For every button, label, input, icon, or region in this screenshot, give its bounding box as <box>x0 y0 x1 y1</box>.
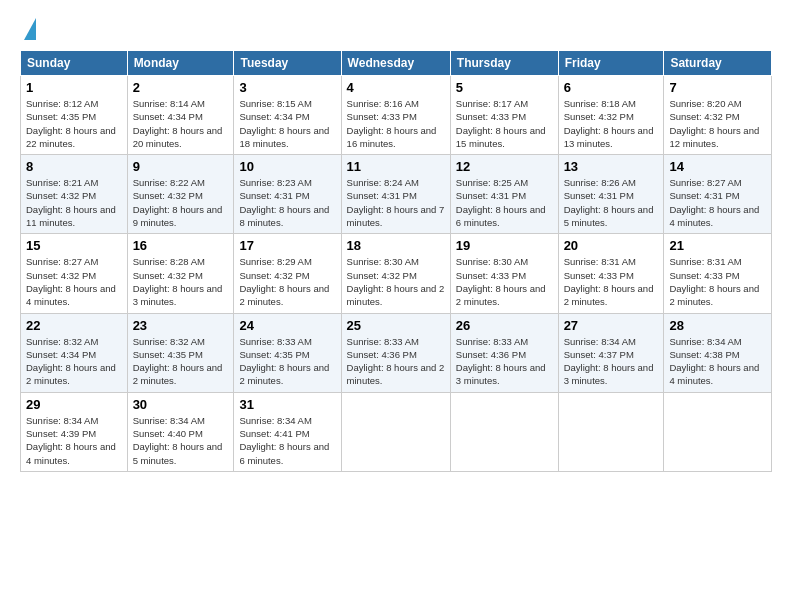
day-2: 2Sunrise: 8:14 AMSunset: 4:34 PMDaylight… <box>127 76 234 155</box>
day-27: 27Sunrise: 8:34 AMSunset: 4:37 PMDayligh… <box>558 313 664 392</box>
day-number: 13 <box>564 159 659 174</box>
day-31: 31Sunrise: 8:34 AMSunset: 4:41 PMDayligh… <box>234 392 341 471</box>
day-3: 3Sunrise: 8:15 AMSunset: 4:34 PMDaylight… <box>234 76 341 155</box>
calendar-week-5: 29Sunrise: 8:34 AMSunset: 4:39 PMDayligh… <box>21 392 772 471</box>
day-number: 31 <box>239 397 335 412</box>
day-13: 13Sunrise: 8:26 AMSunset: 4:31 PMDayligh… <box>558 155 664 234</box>
day-number: 22 <box>26 318 122 333</box>
header-wednesday: Wednesday <box>341 51 450 76</box>
day-number: 3 <box>239 80 335 95</box>
day-number: 21 <box>669 238 766 253</box>
day-number: 9 <box>133 159 229 174</box>
day-number: 17 <box>239 238 335 253</box>
day-detail: Sunrise: 8:21 AMSunset: 4:32 PMDaylight:… <box>26 176 122 229</box>
day-detail: Sunrise: 8:30 AMSunset: 4:32 PMDaylight:… <box>347 255 445 308</box>
day-10: 10Sunrise: 8:23 AMSunset: 4:31 PMDayligh… <box>234 155 341 234</box>
header-monday: Monday <box>127 51 234 76</box>
day-number: 29 <box>26 397 122 412</box>
day-12: 12Sunrise: 8:25 AMSunset: 4:31 PMDayligh… <box>450 155 558 234</box>
calendar-header-row: Sunday Monday Tuesday Wednesday Thursday… <box>21 51 772 76</box>
header <box>20 16 772 40</box>
empty-cell <box>558 392 664 471</box>
day-number: 12 <box>456 159 553 174</box>
day-number: 23 <box>133 318 229 333</box>
day-detail: Sunrise: 8:18 AMSunset: 4:32 PMDaylight:… <box>564 97 659 150</box>
header-sunday: Sunday <box>21 51 128 76</box>
day-detail: Sunrise: 8:34 AMSunset: 4:41 PMDaylight:… <box>239 414 335 467</box>
day-number: 8 <box>26 159 122 174</box>
day-number: 11 <box>347 159 445 174</box>
header-tuesday: Tuesday <box>234 51 341 76</box>
day-7: 7Sunrise: 8:20 AMSunset: 4:32 PMDaylight… <box>664 76 772 155</box>
day-number: 1 <box>26 80 122 95</box>
day-detail: Sunrise: 8:14 AMSunset: 4:34 PMDaylight:… <box>133 97 229 150</box>
day-detail: Sunrise: 8:22 AMSunset: 4:32 PMDaylight:… <box>133 176 229 229</box>
calendar-table: Sunday Monday Tuesday Wednesday Thursday… <box>20 50 772 472</box>
day-detail: Sunrise: 8:34 AMSunset: 4:37 PMDaylight:… <box>564 335 659 388</box>
day-number: 30 <box>133 397 229 412</box>
day-number: 16 <box>133 238 229 253</box>
day-5: 5Sunrise: 8:17 AMSunset: 4:33 PMDaylight… <box>450 76 558 155</box>
calendar-week-3: 15Sunrise: 8:27 AMSunset: 4:32 PMDayligh… <box>21 234 772 313</box>
day-detail: Sunrise: 8:32 AMSunset: 4:34 PMDaylight:… <box>26 335 122 388</box>
day-detail: Sunrise: 8:25 AMSunset: 4:31 PMDaylight:… <box>456 176 553 229</box>
day-4: 4Sunrise: 8:16 AMSunset: 4:33 PMDaylight… <box>341 76 450 155</box>
calendar-week-2: 8Sunrise: 8:21 AMSunset: 4:32 PMDaylight… <box>21 155 772 234</box>
day-29: 29Sunrise: 8:34 AMSunset: 4:39 PMDayligh… <box>21 392 128 471</box>
day-number: 26 <box>456 318 553 333</box>
header-saturday: Saturday <box>664 51 772 76</box>
calendar-week-4: 22Sunrise: 8:32 AMSunset: 4:34 PMDayligh… <box>21 313 772 392</box>
day-detail: Sunrise: 8:20 AMSunset: 4:32 PMDaylight:… <box>669 97 766 150</box>
day-detail: Sunrise: 8:29 AMSunset: 4:32 PMDaylight:… <box>239 255 335 308</box>
page: Sunday Monday Tuesday Wednesday Thursday… <box>0 0 792 612</box>
day-19: 19Sunrise: 8:30 AMSunset: 4:33 PMDayligh… <box>450 234 558 313</box>
day-20: 20Sunrise: 8:31 AMSunset: 4:33 PMDayligh… <box>558 234 664 313</box>
day-6: 6Sunrise: 8:18 AMSunset: 4:32 PMDaylight… <box>558 76 664 155</box>
day-detail: Sunrise: 8:16 AMSunset: 4:33 PMDaylight:… <box>347 97 445 150</box>
day-number: 4 <box>347 80 445 95</box>
empty-cell <box>450 392 558 471</box>
header-thursday: Thursday <box>450 51 558 76</box>
day-24: 24Sunrise: 8:33 AMSunset: 4:35 PMDayligh… <box>234 313 341 392</box>
day-number: 15 <box>26 238 122 253</box>
day-14: 14Sunrise: 8:27 AMSunset: 4:31 PMDayligh… <box>664 155 772 234</box>
day-15: 15Sunrise: 8:27 AMSunset: 4:32 PMDayligh… <box>21 234 128 313</box>
calendar-week-1: 1Sunrise: 8:12 AMSunset: 4:35 PMDaylight… <box>21 76 772 155</box>
day-9: 9Sunrise: 8:22 AMSunset: 4:32 PMDaylight… <box>127 155 234 234</box>
day-26: 26Sunrise: 8:33 AMSunset: 4:36 PMDayligh… <box>450 313 558 392</box>
day-detail: Sunrise: 8:17 AMSunset: 4:33 PMDaylight:… <box>456 97 553 150</box>
day-16: 16Sunrise: 8:28 AMSunset: 4:32 PMDayligh… <box>127 234 234 313</box>
day-detail: Sunrise: 8:34 AMSunset: 4:39 PMDaylight:… <box>26 414 122 467</box>
day-number: 10 <box>239 159 335 174</box>
day-17: 17Sunrise: 8:29 AMSunset: 4:32 PMDayligh… <box>234 234 341 313</box>
day-detail: Sunrise: 8:26 AMSunset: 4:31 PMDaylight:… <box>564 176 659 229</box>
header-friday: Friday <box>558 51 664 76</box>
day-28: 28Sunrise: 8:34 AMSunset: 4:38 PMDayligh… <box>664 313 772 392</box>
day-number: 27 <box>564 318 659 333</box>
day-25: 25Sunrise: 8:33 AMSunset: 4:36 PMDayligh… <box>341 313 450 392</box>
day-detail: Sunrise: 8:30 AMSunset: 4:33 PMDaylight:… <box>456 255 553 308</box>
day-number: 18 <box>347 238 445 253</box>
day-number: 5 <box>456 80 553 95</box>
day-detail: Sunrise: 8:32 AMSunset: 4:35 PMDaylight:… <box>133 335 229 388</box>
day-number: 28 <box>669 318 766 333</box>
day-number: 25 <box>347 318 445 333</box>
day-number: 19 <box>456 238 553 253</box>
day-detail: Sunrise: 8:28 AMSunset: 4:32 PMDaylight:… <box>133 255 229 308</box>
day-11: 11Sunrise: 8:24 AMSunset: 4:31 PMDayligh… <box>341 155 450 234</box>
day-detail: Sunrise: 8:34 AMSunset: 4:38 PMDaylight:… <box>669 335 766 388</box>
day-detail: Sunrise: 8:33 AMSunset: 4:35 PMDaylight:… <box>239 335 335 388</box>
day-detail: Sunrise: 8:23 AMSunset: 4:31 PMDaylight:… <box>239 176 335 229</box>
day-22: 22Sunrise: 8:32 AMSunset: 4:34 PMDayligh… <box>21 313 128 392</box>
day-detail: Sunrise: 8:24 AMSunset: 4:31 PMDaylight:… <box>347 176 445 229</box>
day-detail: Sunrise: 8:33 AMSunset: 4:36 PMDaylight:… <box>347 335 445 388</box>
day-number: 7 <box>669 80 766 95</box>
day-detail: Sunrise: 8:15 AMSunset: 4:34 PMDaylight:… <box>239 97 335 150</box>
day-detail: Sunrise: 8:31 AMSunset: 4:33 PMDaylight:… <box>669 255 766 308</box>
day-number: 20 <box>564 238 659 253</box>
day-detail: Sunrise: 8:12 AMSunset: 4:35 PMDaylight:… <box>26 97 122 150</box>
day-number: 14 <box>669 159 766 174</box>
day-number: 6 <box>564 80 659 95</box>
day-detail: Sunrise: 8:27 AMSunset: 4:31 PMDaylight:… <box>669 176 766 229</box>
day-30: 30Sunrise: 8:34 AMSunset: 4:40 PMDayligh… <box>127 392 234 471</box>
